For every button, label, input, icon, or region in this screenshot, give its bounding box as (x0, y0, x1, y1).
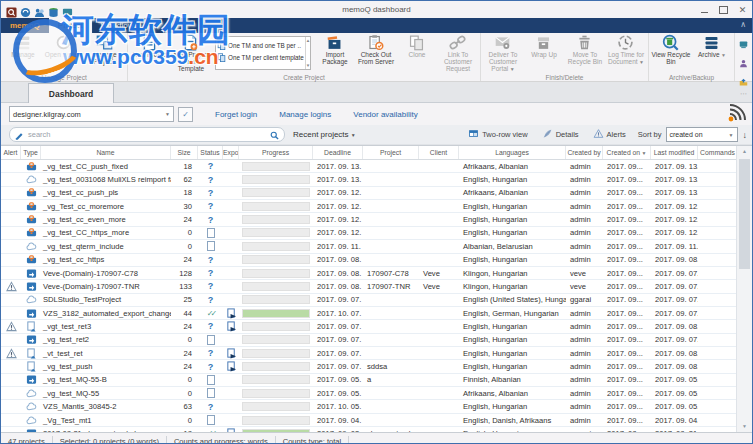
column-header-commands[interactable]: Commands (698, 146, 738, 159)
scroll-down-icon[interactable]: ▼ (737, 421, 752, 432)
archive-button[interactable]: Archive ▼ (692, 34, 732, 59)
alert-icon (1, 320, 21, 332)
table-row[interactable]: Veve-(Domain)-170907-C78128?2017. 09. 08… (1, 267, 736, 280)
project-name: _vg_test_0031068 MuliXLS reimport fails (41, 173, 171, 185)
column-header-created-on[interactable]: Created on ▼ (603, 146, 651, 159)
maximize-button[interactable] (714, 2, 733, 17)
manage-button[interactable]: Manage (3, 34, 43, 58)
table-row[interactable]: _vt_test_ret24?2017. 09. 07.English, Hun… (1, 347, 736, 360)
move-to-recycle-bin-button[interactable]: Move To Recycle Bin (565, 34, 605, 65)
table-row[interactable]: _vg_Test_cc_moremore30?2017. 09. 12.Engl… (1, 200, 736, 213)
column-header-size[interactable]: Size (171, 146, 198, 159)
table-row[interactable]: _vg_test_cc_push_pls18?2017. 09. 12.Afri… (1, 187, 736, 200)
package-project-icon (21, 267, 41, 279)
table-row[interactable]: _vg_test_qterm_include02017. 09. 11.Alba… (1, 240, 736, 253)
deliver-to-customer-portal-button[interactable]: Deliver To Customer Portal ▼ (483, 34, 523, 73)
column-header-progress[interactable]: Progress (239, 146, 313, 159)
table-row[interactable]: _vg_test_0031068 MuliXLS reimport fails6… (1, 173, 736, 186)
user-icon[interactable] (739, 54, 748, 72)
table-row[interactable]: _vg_test_MQ-5502017. 09. 05.Afrikaans, A… (1, 387, 736, 400)
search-icon[interactable] (270, 126, 279, 144)
progress-bar (242, 162, 310, 171)
tab-dashboard[interactable]: Dashboard (28, 83, 114, 103)
minimize-button[interactable] (695, 2, 714, 17)
status-question-icon: ? (208, 402, 214, 412)
table-row[interactable]: VZS_Mantis_30845-263?2017. 10. 05.Englis… (1, 400, 736, 413)
column-header-status[interactable]: Status (198, 146, 223, 159)
wrap-up-button[interactable]: Wrap Up (524, 34, 564, 58)
table-row[interactable]: SDLStudio_TestProject25?2017. 09. 07.Eng… (1, 294, 736, 307)
ribbon-collapse-icon[interactable]: ∧ (740, 20, 746, 29)
column-header-client[interactable]: Client (419, 146, 459, 159)
table-row[interactable]: _vg_test_cc_https24?2017. 09. 08.English… (1, 254, 736, 267)
close-button[interactable]: ✕ (733, 2, 752, 17)
table-row[interactable]: 2017-08-31-change_track_hun18✓✓2017. 09.… (1, 427, 736, 432)
link-to-customer-request-button[interactable]: Link To Customer Request (438, 34, 478, 72)
package-project-icon (21, 427, 41, 432)
sort-direction-button[interactable]: ↓ (743, 130, 748, 140)
table-row[interactable]: _vg_test_CC_push_fixed18?2017. 09. 13.Af… (1, 160, 736, 173)
ribbon-tab-memoq[interactable]: memoQ (1, 18, 49, 33)
column-header-created-by[interactable]: Created by (566, 146, 603, 159)
recent-projects-dropdown[interactable]: Recent projects ▼ (293, 130, 356, 139)
export-folder-icon[interactable] (739, 73, 748, 91)
sort-combobox[interactable]: created on ▼ (666, 127, 738, 142)
import-package-button[interactable]: Import Package (315, 34, 355, 65)
column-header-last-modified[interactable]: Last modified (651, 146, 698, 159)
progress-bar (242, 389, 310, 398)
manage-projects-button[interactable]: Manage Projects (85, 34, 125, 65)
column-header-type[interactable]: Type (21, 146, 41, 159)
package-project-icon (21, 374, 41, 386)
template-item[interactable]: One TM and one TB per .. (217, 39, 304, 51)
monitor-icon[interactable] (739, 35, 748, 53)
table-row[interactable]: _vg_test_cc_even_more24?2017. 09. 12.Eng… (1, 213, 736, 226)
listbox-spinner[interactable]: ▲▼ (305, 37, 310, 69)
alerts-button[interactable]: Alerts (593, 128, 626, 141)
column-header-name[interactable]: Name (41, 146, 171, 159)
column-header-export[interactable]: Export (223, 146, 239, 159)
table-row[interactable]: _vg_test_MQ-55-B02017. 09. 05.aFinnish, … (1, 374, 736, 387)
table-row[interactable]: _vg_test_push24?2017. 09. 07.sddsaEnglis… (1, 360, 736, 373)
status-done-icon: ✓✓ (207, 429, 214, 432)
table-row[interactable]: Veve-(Domain)-170907-TNR133?2017. 09. 08… (1, 280, 736, 293)
project-name: _vg_test_CC_https_more (41, 227, 171, 239)
clone-icon (408, 34, 426, 51)
new-project-button[interactable]: New Project (130, 34, 170, 58)
view-recycle-bin-button[interactable]: View Recycle Bin (651, 34, 691, 65)
status-question-icon: ? (208, 281, 214, 291)
project-name: _vg_test_cc_https (41, 254, 171, 266)
link-forget-login[interactable]: Forget login (215, 110, 257, 119)
progress-bar (242, 309, 310, 318)
table-row[interactable]: _vg_test_CC_https_more02017. 09. 12.Engl… (1, 227, 736, 240)
server-combobox[interactable]: designer.kilgray.com ▼ (9, 106, 174, 122)
table-row[interactable]: _vg_test_ret202017. 09. 07.English, Hung… (1, 334, 736, 347)
details-button[interactable]: Details (542, 128, 579, 141)
link-manage-logins[interactable]: Manage logins (279, 110, 331, 119)
two-row-view-button[interactable]: Two-row view (468, 128, 527, 141)
table-row[interactable]: VZS_3182_automated_export_change_t...44✓… (1, 307, 736, 320)
scroll-up-icon[interactable]: ▲ (737, 146, 752, 157)
table-row[interactable]: _vgt_test_ret324?2017. 09. 07.English, H… (1, 320, 736, 333)
table-row[interactable]: _Vg_Test_mt102017. 09. 04.English, Danis… (1, 414, 736, 427)
connect-check-button[interactable]: ✓ (178, 107, 193, 122)
column-header-languages[interactable]: Languages (459, 146, 566, 159)
link-vendor-availability[interactable]: Vendor availability (353, 110, 417, 119)
check-out-from-server-button[interactable]: Check Out From Server (356, 34, 396, 65)
column-header-project[interactable]: Project (363, 146, 419, 159)
log-time-for-document-button[interactable]: Log Time for Document ▼ (606, 34, 646, 66)
column-header-alert[interactable]: Alert (1, 146, 21, 159)
overflow-dots[interactable]: ⋯ (740, 92, 747, 96)
open-recent-button[interactable]: Open Recent (44, 34, 84, 58)
search-input[interactable]: search (9, 127, 285, 142)
template-item[interactable]: One TM per client template (217, 51, 304, 63)
clone-button[interactable]: Clone (397, 34, 437, 58)
new-project-from-template-button[interactable]: New Project From Template (171, 34, 211, 72)
vertical-scrollbar[interactable]: ▲ ▼ (736, 146, 752, 432)
ribbon-tab-project[interactable]: Project (49, 18, 92, 33)
ribbon: ManageOpen RecentManage ProjectsManage P… (1, 33, 752, 82)
template-listbox[interactable]: One TM and one TB per ..One TM per clien… (215, 36, 311, 70)
rss-feed-icon[interactable] (726, 103, 746, 127)
column-header-deadline[interactable]: Deadline (313, 146, 363, 159)
ribbon-tab-workflow[interactable]: Workflow (92, 18, 143, 33)
scrollbar-thumb[interactable] (739, 159, 750, 269)
